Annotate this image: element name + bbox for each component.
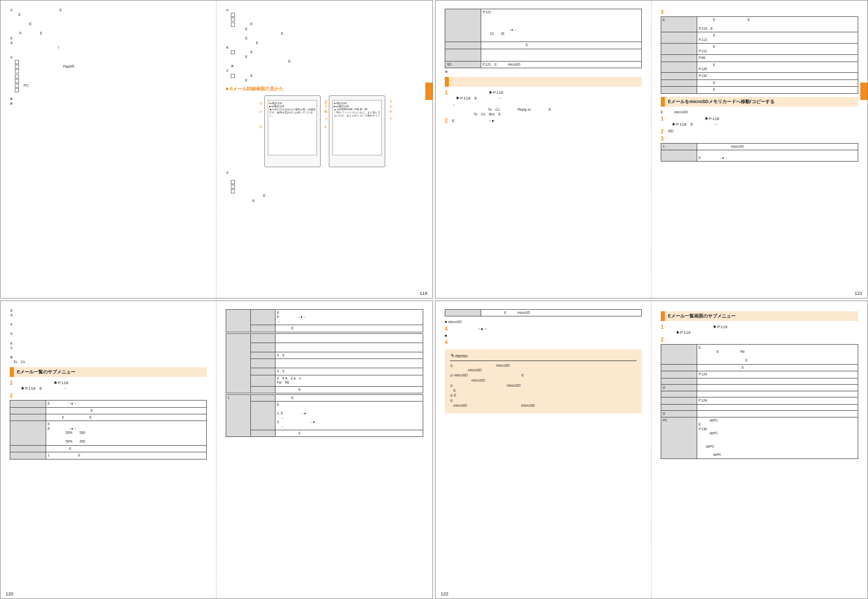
cell: E bbox=[697, 364, 858, 371]
book-icon bbox=[15, 79, 19, 83]
p122-right: Eメール一覧画面のサブメニュー 1 ▶P.119 ▶P.119 2 E E Re… bbox=[652, 301, 867, 598]
p119-left: ① E E E ※ E ② ③ I ④ Flash® PC ※ ※ bbox=[1, 1, 216, 298]
cell: 0 9 bbox=[275, 352, 423, 358]
p120-right: E E →●→ → E 0 9 0 9 0 9 A Z a z Fw Re E … bbox=[216, 301, 432, 598]
pc-line: PC bbox=[20, 84, 29, 87]
step-2: 2 bbox=[661, 337, 858, 343]
spread-120: ② ③ ④ ⑤ ⑥ ⑦ ⑧ To Cc Eメール一覧のサブメニュー 1 ▶P.1… bbox=[0, 301, 433, 599]
pc-icon bbox=[15, 84, 19, 88]
memo-4: ◎ E bbox=[450, 393, 637, 398]
table-122-right: E E Re E E P.124 D P.124 D PC dePC E P.1… bbox=[661, 344, 858, 459]
cell: E E →●→ → bbox=[275, 310, 423, 325]
cell: E bbox=[697, 79, 858, 86]
cell: E bbox=[275, 394, 423, 401]
phone-2-screen: au電話太郎 ■ au電話太郎 ▲ 12345PKFNP_THE BI...09… bbox=[332, 100, 382, 155]
label-3: ③ bbox=[259, 102, 262, 106]
cell: P.124 bbox=[697, 397, 858, 404]
step-1: 1 ▶P.118 ▶P.118 E → bbox=[445, 90, 642, 101]
table-122-left-top: E microSD bbox=[445, 309, 642, 316]
sd-line: E microSD bbox=[661, 110, 858, 114]
memo-2: ◎ microSD E microSD bbox=[450, 373, 637, 383]
label-1: ① bbox=[259, 110, 262, 114]
cell-label: 1 bbox=[226, 394, 251, 437]
step-3b: 3 bbox=[661, 136, 858, 142]
spread-122: E microSD ■ microSD 4 →●→ ■ 4 memo ◎ mic… bbox=[435, 301, 868, 599]
cell bbox=[275, 333, 423, 343]
num-3-text: I bbox=[15, 45, 207, 50]
phone-1: au電話太郎 ■ au電話太郎 ★今日の打ち合わせの場所は第一会議室です。資料を… bbox=[264, 95, 321, 167]
cell-label: D bbox=[661, 384, 697, 391]
table-120-left: E →●→ E E E E E →●→ 50% 500 50% 250 E 1 … bbox=[10, 400, 207, 459]
num-7: ⑦ bbox=[226, 68, 423, 73]
step-4a: 4 →●→ bbox=[445, 326, 642, 332]
memo-5: ◎ microSD microSD bbox=[450, 398, 637, 408]
cell: E →●→ bbox=[46, 401, 207, 407]
cell: E bbox=[481, 42, 642, 49]
label-4b: ④ bbox=[389, 99, 392, 104]
cell-label: SD bbox=[445, 61, 481, 68]
heading-reply bbox=[445, 77, 642, 87]
heading-list-submenu: Eメール一覧のサブメニュー bbox=[10, 367, 207, 377]
spread-119: ① E E E ※ E ② ③ I ④ Flash® PC ※ ※ ⑤ bbox=[0, 0, 433, 298]
cell bbox=[697, 378, 858, 384]
heading-email-detail: Eメール詳細画面の見かた bbox=[226, 86, 423, 92]
step-2: 2 bbox=[10, 393, 207, 398]
cell-label: E bbox=[661, 17, 697, 32]
p120-left: ② ③ ④ ⑤ ⑥ ⑦ ⑧ To Cc Eメール一覧のサブメニュー 1 ▶P.1… bbox=[1, 301, 216, 598]
cell: E E P.114 E bbox=[697, 17, 858, 32]
cell: E bbox=[275, 430, 423, 437]
table-120-right-3: 1 E E 1. E →● → 2. →● → E bbox=[226, 394, 423, 437]
heading-microsd: EメールをmicroSDメモリカードへ移動/コピーする bbox=[661, 97, 858, 107]
label-5b: ⑤ bbox=[389, 105, 392, 109]
cell: E bbox=[46, 407, 207, 414]
label-3b: ③ bbox=[324, 102, 327, 106]
p121-right: 3 E E E P.114 E E P.113 E P.112 P.88 E P… bbox=[652, 1, 867, 298]
picture-icon bbox=[15, 65, 19, 69]
step-2b-text: SD bbox=[668, 129, 674, 133]
step-4a-text: →●→ bbox=[452, 326, 487, 332]
num-2: ② bbox=[10, 36, 207, 41]
label-2: ② bbox=[259, 125, 262, 129]
cell: E E bbox=[46, 414, 207, 421]
star-note: ※ bbox=[445, 69, 642, 74]
label-1b: ① bbox=[324, 110, 327, 114]
cell-label: D bbox=[661, 410, 697, 417]
mail-icon bbox=[231, 180, 235, 184]
foot-1: ① bbox=[226, 170, 423, 175]
cell: E →●→ bbox=[697, 150, 858, 162]
cell: E P.125 bbox=[697, 62, 858, 73]
cell bbox=[481, 49, 642, 61]
step-1: 1 ▶P.119 ▶P.119 bbox=[661, 324, 858, 335]
memo-1: ◎ microSD microSD bbox=[450, 363, 637, 373]
spread-121: P.121 →●→ 13 26 E SDP.121 E microSD ※ 1 … bbox=[435, 0, 868, 298]
cell: microSD bbox=[697, 143, 858, 150]
memo-3: ◎ microSD E bbox=[450, 383, 637, 393]
cell: E bbox=[46, 445, 207, 452]
mail-icon bbox=[231, 17, 235, 22]
cell bbox=[697, 404, 858, 410]
memo-title: memo bbox=[450, 352, 637, 361]
cell: P.124 bbox=[697, 371, 858, 378]
cell: P.121 E microSD bbox=[481, 61, 642, 68]
phone-1-screen: au電話太郎 ■ au電話太郎 ★今日の打ち合わせの場所は第一会議室です。資料を… bbox=[268, 100, 317, 155]
p121-left: P.121 →●→ 13 26 E SDP.121 E microSD ※ 1 … bbox=[436, 1, 652, 298]
cell: E E Re E bbox=[697, 345, 858, 365]
page-number: 119 bbox=[420, 291, 427, 296]
mail-icon bbox=[231, 185, 235, 189]
step-3-top: 3 bbox=[661, 9, 858, 15]
label-2b: ② bbox=[324, 125, 327, 129]
cell: 0 9 A Z a z Fw Re bbox=[275, 375, 423, 386]
cell: E 1. E →● → 2. →● → bbox=[275, 402, 423, 430]
cell bbox=[275, 343, 423, 352]
cell: E bbox=[275, 325, 423, 332]
table-121-right: E E E P.114 E E P.113 E P.112 P.88 E P.1… bbox=[661, 16, 858, 94]
table-121-right-b: 1 microSD E →●→ bbox=[661, 143, 858, 162]
table-120-right-1: E E →●→ → E bbox=[226, 309, 423, 332]
cell: E P.113 bbox=[697, 32, 858, 44]
table-121-left: P.121 →●→ 13 26 E SDP.121 E microSD bbox=[445, 9, 642, 68]
cell: E microSD bbox=[481, 310, 642, 316]
heading-list-submenu: Eメール一覧画面のサブメニュー bbox=[661, 311, 858, 321]
step-1b-text: ▶P.118 ▶P.118 E → bbox=[668, 116, 719, 127]
step-2b: 2 SD bbox=[661, 129, 858, 134]
num-5: ⑤ bbox=[226, 8, 423, 12]
